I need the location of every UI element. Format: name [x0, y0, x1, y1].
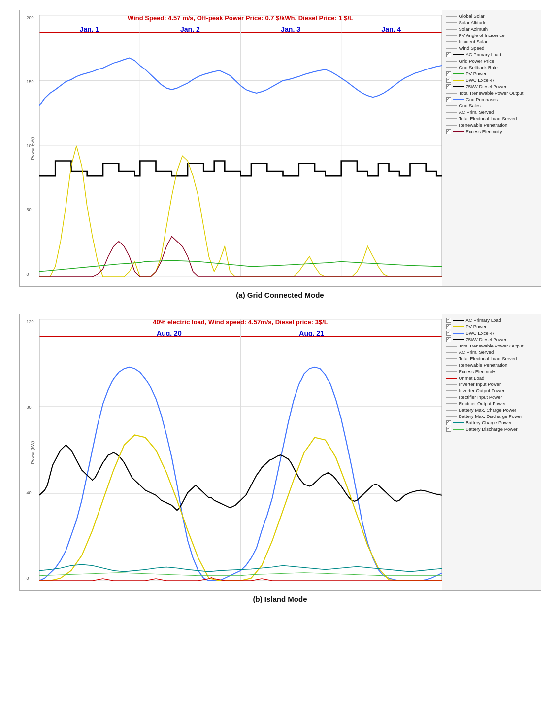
b-label-total-elec: Total Electrical Load Served	[459, 356, 517, 361]
legend-line-excess	[453, 131, 464, 132]
legend-label-grid-sales: Grid Sales	[459, 103, 481, 108]
b-check-bwc[interactable]	[446, 331, 451, 336]
b-legend-batt-max-charge: Battery Max. Charge Power	[446, 407, 537, 413]
b-legend-ac-primary: AC Primary Load	[446, 317, 537, 323]
legend-solar-azimuth: Solar Azimuth	[446, 26, 537, 32]
b-label-pv-power: PV Power	[466, 324, 487, 329]
legend-label-excess: Excess Electricity	[466, 129, 502, 134]
legend-line-pv-power	[453, 73, 464, 74]
b-line-inverter-output	[446, 390, 457, 391]
legend-check-pv-power[interactable]	[446, 71, 451, 76]
chart-a-wrapper: Wind Speed: 4.57 m/s, Off-peak Power Pri…	[19, 10, 541, 287]
y-tick-200: 200	[27, 15, 34, 20]
legend-pv-angle: PV Angle of Incidence	[446, 33, 537, 38]
legend-check-ac-primary-load[interactable]	[446, 52, 451, 57]
b-label-unmet-load: Unmet Load	[459, 375, 485, 381]
b-y-tick-40: 40	[27, 490, 32, 495]
b-label-ren-penetration: Renewable Penetration	[459, 362, 508, 368]
legend-line-diesel	[453, 86, 464, 87]
b-label-rectifier-input: Rectifier Input Power	[459, 394, 502, 400]
legend-label-ac-prim-served: AC Prim. Served	[459, 109, 494, 115]
b-legend-inverter-output: Inverter Output Power	[446, 388, 537, 393]
y-tick-100: 100	[27, 143, 34, 148]
legend-diesel-power: 75kW Diesel Power	[446, 84, 537, 89]
legend-line-bwc	[453, 80, 464, 81]
b-legend-rectifier-output: Rectifier Output Power	[446, 401, 537, 406]
chart-b-plot-area: 40% electric load, Wind speed: 4.57m/s, …	[20, 314, 442, 590]
b-check-batt-charge[interactable]	[446, 420, 451, 425]
legend-label-wind-speed: Wind Speed	[459, 45, 485, 51]
b-legend-bwc: BWC Excel-R	[446, 330, 537, 336]
chart-a-plot-area: Wind Speed: 4.57 m/s, Off-peak Power Pri…	[20, 10, 442, 286]
legend-global-solar: Global Solar	[446, 13, 537, 19]
legend-line-ren-penetration	[446, 125, 457, 126]
chart-b-container: 40% electric load, Wind speed: 4.57m/s, …	[19, 314, 541, 613]
b-check-batt-discharge[interactable]	[446, 427, 451, 432]
chart-b-legend: AC Primary Load PV Power BWC Excel-R 75k…	[442, 314, 541, 590]
b-label-batt-max-discharge: Battery Max. Discharge Power	[459, 414, 522, 419]
legend-label-solar-azimuth: Solar Azimuth	[459, 26, 488, 32]
legend-grid-sales: Grid Sales	[446, 103, 537, 108]
legend-grid-sellback: Grid Sellback Rate	[446, 65, 537, 70]
b-line-bwc	[453, 333, 464, 334]
b-check-pv-power[interactable]	[446, 324, 451, 329]
chart-a-legend: Global Solar Solar Altitude Solar Azimut…	[442, 10, 541, 286]
chart-a-caption: (a) Grid Connected Mode	[19, 291, 541, 299]
y-tick-50: 50	[27, 208, 32, 212]
b-line-pv-power	[453, 326, 464, 327]
y-tick-150: 150	[27, 79, 34, 84]
legend-solar-altitude: Solar Altitude	[446, 20, 537, 25]
b-y-tick-0: 0	[27, 576, 29, 581]
legend-grid-power-price: Grid Power Price	[446, 58, 537, 64]
legend-ac-prim-served: AC Prim. Served	[446, 109, 537, 115]
legend-label-grid-sellback: Grid Sellback Rate	[459, 65, 498, 70]
chart-a-svg: Jan 1 Jan 2 Jan 3 Jan 4 Jan 5	[39, 15, 442, 277]
chart-a-container: Wind Speed: 4.57 m/s, Off-peak Power Pri…	[19, 10, 541, 309]
b-label-diesel: 75kW Diesel Power	[466, 337, 507, 342]
b-legend-diesel: 75kW Diesel Power	[446, 337, 537, 342]
b-line-total-renew	[446, 346, 457, 347]
b-legend-total-elec: Total Electrical Load Served	[446, 356, 537, 361]
legend-line-solar-altitude	[446, 22, 457, 23]
b-label-bwc: BWC Excel-R	[466, 330, 494, 336]
legend-line-incident-solar	[446, 41, 457, 42]
b-label-total-renew: Total Renewable Power Output	[459, 343, 524, 348]
b-line-batt-max-charge	[446, 410, 457, 411]
chart-b-y-label: Power (kW)	[30, 441, 34, 464]
legend-incident-solar: Incident Solar	[446, 39, 537, 44]
b-legend-total-renew: Total Renewable Power Output	[446, 343, 537, 348]
b-check-diesel[interactable]	[446, 337, 451, 342]
b-label-ac-primary: AC Primary Load	[466, 317, 501, 323]
legend-line-total-renewable	[446, 93, 457, 94]
legend-label-grid-purchases: Grid Purchases	[466, 97, 498, 102]
b-check-ac-primary[interactable]	[446, 318, 451, 323]
chart-b-title: 40% electric load, Wind speed: 4.57m/s, …	[44, 318, 437, 326]
legend-check-excess[interactable]	[446, 129, 451, 134]
b-y-tick-120: 120	[27, 319, 34, 324]
legend-check-diesel[interactable]	[446, 84, 451, 89]
b-legend-batt-discharge: Battery Discharge Power	[446, 426, 537, 432]
b-line-total-elec	[446, 358, 457, 359]
legend-check-grid-purchases[interactable]	[446, 97, 451, 102]
legend-label-diesel: 75kW Diesel Power	[466, 84, 507, 89]
legend-check-bwc[interactable]	[446, 78, 451, 83]
legend-label-ren-penetration: Renewable Penetration	[459, 122, 508, 128]
b-legend-ren-penetration: Renewable Penetration	[446, 362, 537, 368]
b-legend-unmet-load: Unmet Load	[446, 375, 537, 381]
legend-label-solar-altitude: Solar Altitude	[459, 20, 487, 25]
b-line-ac-prim-served	[446, 352, 457, 353]
legend-wind-speed: Wind Speed	[446, 45, 537, 51]
legend-label-pv-angle: PV Angle of Incidence	[459, 33, 505, 38]
legend-line-ac-primary-load	[453, 54, 464, 55]
legend-total-renewable: Total Renewable Power Output	[446, 90, 537, 96]
b-label-inverter-input: Inverter Input Power	[459, 381, 501, 387]
b-label-rectifier-output: Rectifier Output Power	[459, 401, 506, 406]
legend-line-grid-sellback	[446, 67, 457, 68]
b-legend-batt-max-discharge: Battery Max. Discharge Power	[446, 414, 537, 419]
chart-b-caption: (b) Island Mode	[19, 595, 541, 603]
legend-label-total-renewable: Total Renewable Power Output	[459, 90, 524, 96]
legend-line-total-elec	[446, 118, 457, 119]
y-tick-0: 0	[27, 272, 29, 277]
legend-label-bwc: BWC Excel-R	[466, 77, 494, 83]
b-line-excess	[446, 371, 457, 372]
